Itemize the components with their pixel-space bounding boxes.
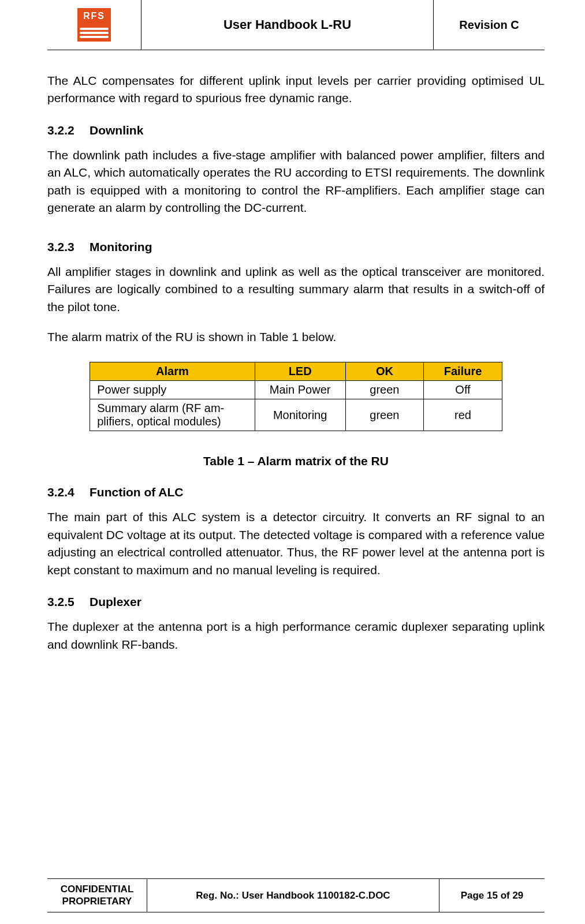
table-caption: Table 1 – Alarm matrix of the RU [47, 454, 545, 468]
downlink-paragraph: The downlink path includes a five-stage … [47, 147, 545, 217]
cell-ok: green [345, 399, 424, 431]
footer-page-number: Page 15 of 29 [439, 879, 545, 912]
cell-failure: Off [424, 381, 502, 399]
section-heading-alc: 3.2.4 Function of ALC [47, 485, 545, 499]
col-failure: Failure [424, 362, 502, 381]
page: RFS User Handbook L-RU Revision C The AL… [0, 0, 585, 924]
intro-paragraph: The ALC compensates for different uplink… [47, 72, 545, 107]
section-title: Function of ALC [90, 485, 184, 499]
cell-alarm: Power supply [90, 381, 255, 399]
duplexer-paragraph: The duplexer at the antenna port is a hi… [47, 618, 545, 653]
section-title: Monitoring [90, 240, 152, 254]
table-row: Power supply Main Power green Off [90, 381, 502, 399]
col-alarm: Alarm [90, 362, 255, 381]
logo-cell: RFS [47, 0, 141, 50]
footer-confidential: CONFIDENTIAL PROPRIETARY [47, 879, 147, 912]
logo-waves-icon [80, 28, 109, 38]
cell-led: Monitoring [255, 399, 345, 431]
section-heading-monitoring: 3.2.3 Monitoring [47, 240, 545, 254]
section-number: 3.2.4 [47, 485, 79, 499]
monitoring-paragraph-2: The alarm matrix of the RU is shown in T… [47, 328, 545, 346]
document-footer: CONFIDENTIAL PROPRIETARY Reg. No.: User … [47, 878, 545, 912]
document-header: RFS User Handbook L-RU Revision C [47, 0, 545, 50]
section-heading-downlink: 3.2.2 Downlink [47, 124, 545, 137]
confidential-line1: CONFIDENTIAL [61, 884, 134, 895]
table-row: Summary alarm (RF am-plifiers, optical m… [90, 399, 502, 431]
confidential-line2: PROPRIETARY [62, 896, 132, 907]
rfs-logo: RFS [77, 8, 111, 42]
monitoring-paragraph-1: All amplifier stages in downlink and upl… [47, 263, 545, 316]
logo-text: RFS [80, 12, 109, 21]
section-number: 3.2.5 [47, 595, 79, 609]
section-title: Downlink [90, 124, 143, 137]
section-number: 3.2.3 [47, 240, 79, 254]
footer-reg-no: Reg. No.: User Handbook 1100182-C.DOC [147, 879, 439, 912]
document-title: User Handbook L-RU [141, 0, 434, 50]
cell-led: Main Power [255, 381, 345, 399]
cell-ok: green [345, 381, 424, 399]
col-ok: OK [345, 362, 424, 381]
alc-paragraph: The main part of this ALC system is a de… [47, 508, 545, 579]
section-heading-duplexer: 3.2.5 Duplexer [47, 595, 545, 609]
alarm-matrix-table: Alarm LED OK Failure Power supply Main P… [90, 362, 502, 431]
table-header-row: Alarm LED OK Failure [90, 362, 502, 381]
cell-alarm: Summary alarm (RF am-plifiers, optical m… [90, 399, 255, 431]
section-title: Duplexer [90, 595, 141, 609]
cell-failure: red [424, 399, 502, 431]
col-led: LED [255, 362, 345, 381]
section-number: 3.2.2 [47, 124, 79, 137]
document-revision: Revision C [434, 0, 545, 50]
